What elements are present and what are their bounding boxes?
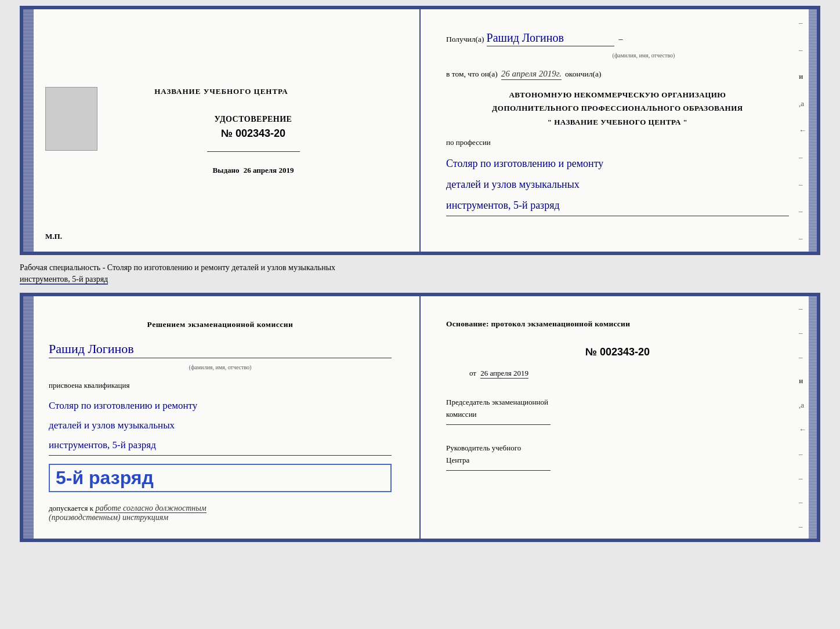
specialty-text: Рабочая специальность - Столяр по изгото… bbox=[20, 263, 335, 272]
prof-line3: инструментов, 5-й разряд bbox=[446, 195, 789, 216]
rukovoditel-block: Руководитель учебного Центра bbox=[446, 442, 789, 471]
left-panel-content: НАЗВАНИЕ УЧЕБНОГО ЦЕНТРА УДОСТОВЕРЕНИЕ №… bbox=[37, 21, 405, 240]
predsedatel-signature-line bbox=[446, 424, 551, 425]
protocol-number: № 002343-20 bbox=[446, 346, 789, 358]
poluchil-label: Получил(а) bbox=[446, 35, 484, 44]
proto-number: 002343-20 bbox=[600, 346, 650, 358]
vydano-label: Выдано bbox=[213, 166, 240, 174]
predsedatel-line1: Председатель экзаменационной bbox=[446, 397, 789, 409]
rukovoditel-line2: Центра bbox=[446, 455, 789, 467]
proto-prefix: № bbox=[585, 346, 597, 358]
doc-number: № 002343-20 bbox=[221, 128, 285, 140]
document-container: НАЗВАНИЕ УЧЕБНОГО ЦЕНТРА УДОСТОВЕРЕНИЕ №… bbox=[6, 6, 834, 542]
bottom-left-content: Решением экзаменационной комиссии Рашид … bbox=[37, 308, 405, 529]
recipient-name: Рашид Логинов bbox=[487, 31, 614, 46]
okonchil-label: окончил(а) bbox=[565, 70, 601, 79]
side-dashes: – – и ,а ← – – – – bbox=[799, 9, 806, 252]
razryad-big: 5-й разряд bbox=[56, 467, 154, 488]
bottom-side-dashes: – – – и ,а ← – – – – bbox=[799, 296, 806, 539]
fio-label-top: (фамилия, имя, отчество) bbox=[498, 52, 789, 59]
dash: – bbox=[619, 35, 623, 44]
texture-left-bottom bbox=[23, 296, 34, 539]
predsedatel-line2: комиссии bbox=[446, 409, 789, 421]
specialty-label: Рабочая специальность - Столяр по изгото… bbox=[20, 260, 820, 287]
texture-right bbox=[809, 9, 817, 252]
instruktsii-text: (производственным) инструкциям bbox=[49, 513, 168, 522]
poluchil-row: Получил(а) Рашид Логинов – bbox=[446, 31, 789, 46]
rukovoditel-signature-line bbox=[446, 470, 551, 471]
center-title: НАЗВАНИЕ УЧЕБНОГО ЦЕНТРА bbox=[154, 86, 288, 97]
predsedatel-block: Председатель экзаменационной комиссии bbox=[446, 397, 789, 425]
fio-label-bottom: (фамилия, имя, отчество) bbox=[49, 364, 392, 370]
rabota-text: работе согласно должностным bbox=[95, 504, 206, 513]
vtom-row: в том, что он(а) 26 апреля 2019г. окончи… bbox=[446, 69, 789, 80]
prisvoena-label: присвоена квалификация bbox=[49, 381, 392, 390]
texture-left bbox=[23, 9, 34, 252]
bottom-profession: Столяр по изготовлению и ремонту деталей… bbox=[49, 396, 392, 456]
top-doc-left: НАЗВАНИЕ УЧЕБНОГО ЦЕНТРА УДОСТОВЕРЕНИЕ №… bbox=[23, 9, 421, 252]
dopuskaetsya-row: допускается к работе согласно должностны… bbox=[49, 504, 392, 522]
bottom-document: Решением экзаменационной комиссии Рашид … bbox=[20, 293, 820, 542]
org-line1: АВТОНОМНУЮ НЕКОММЕРЧЕСКУЮ ОРГАНИЗАЦИЮ bbox=[446, 88, 789, 101]
number-prefix: № bbox=[221, 128, 233, 139]
vydano-date: 26 апреля 2019 bbox=[244, 166, 294, 174]
top-document: НАЗВАНИЕ УЧЕБНОГО ЦЕНТРА УДОСТОВЕРЕНИЕ №… bbox=[20, 6, 820, 255]
bottom-right-content: Основание: протокол экзаменационной коми… bbox=[435, 308, 803, 477]
profession-label: по профессии bbox=[446, 138, 789, 147]
udostoverenie-label: УДОСТОВЕРЕНИЕ bbox=[215, 115, 292, 124]
org-text: АВТОНОМНУЮ НЕКОММЕРЧЕСКУЮ ОРГАНИЗАЦИЮ ДО… bbox=[446, 88, 789, 129]
org-line2: ДОПОЛНИТЕЛЬНОГО ПРОФЕССИОНАЛЬНОГО ОБРАЗО… bbox=[446, 101, 789, 115]
org-line3: " НАЗВАНИЕ УЧЕБНОГО ЦЕНТРА " bbox=[446, 115, 789, 129]
profession-handwritten: Столяр по изготовлению и ремонту деталей… bbox=[446, 153, 789, 216]
top-doc-right: Получил(а) Рашид Логинов – (фамилия, имя… bbox=[421, 9, 817, 252]
bottom-prof-line2: деталей и узлов музыкальных bbox=[49, 416, 392, 435]
number-value: 002343-20 bbox=[236, 128, 285, 139]
bottom-recipient-name: Рашид Логинов bbox=[49, 341, 392, 358]
mp-label: М.П. bbox=[45, 232, 62, 241]
razryad-box: 5-й разряд bbox=[49, 464, 392, 492]
komissia-header: Решением экзаменационной комиссии bbox=[49, 318, 392, 331]
right-panel-content: Получил(а) Рашид Логинов – (фамилия, имя… bbox=[435, 21, 803, 223]
photo-placeholder bbox=[45, 87, 97, 151]
prof-line2: деталей и узлов музыкальных bbox=[446, 174, 789, 195]
dopuskaetsya-label: допускается к bbox=[49, 504, 93, 512]
completion-date: 26 апреля 2019г. bbox=[501, 69, 562, 80]
bottom-prof-line1: Столяр по изготовлению и ремонту bbox=[49, 396, 392, 416]
vtom-text: в том, что он(а) bbox=[446, 70, 498, 79]
ot-prefix: от bbox=[469, 369, 476, 377]
osnov-header: Основание: протокол экзаменационной коми… bbox=[446, 318, 789, 330]
bottom-doc-left: Решением экзаменационной комиссии Рашид … bbox=[23, 296, 421, 539]
vydano-row: Выдано 26 апреля 2019 bbox=[213, 166, 294, 175]
rukovoditel-line1: Руководитель учебного bbox=[446, 442, 789, 455]
bottom-doc-right: Основание: протокол экзаменационной коми… bbox=[421, 296, 817, 539]
bottom-prof-line3: инструментов, 5-й разряд bbox=[49, 435, 392, 455]
ot-row: от 26 апреля 2019 bbox=[469, 369, 789, 378]
ot-date: 26 апреля 2019 bbox=[480, 369, 528, 379]
texture-right-bottom bbox=[809, 296, 817, 539]
specialty-text2: инструментов, 5-й разряд bbox=[20, 275, 108, 285]
prof-line1: Столяр по изготовлению и ремонту bbox=[446, 153, 789, 174]
